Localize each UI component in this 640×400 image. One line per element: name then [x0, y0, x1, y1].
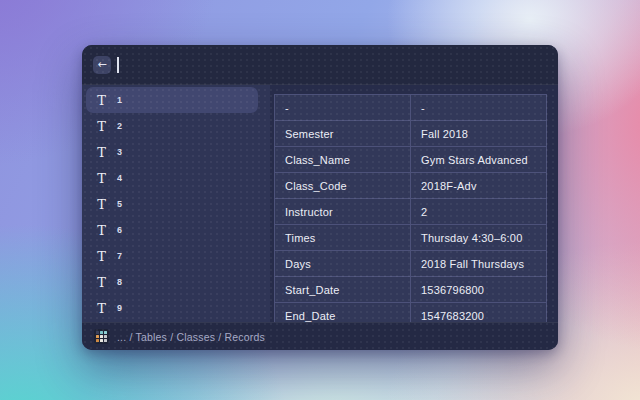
field-name-cell[interactable]: Class_Name — [275, 147, 411, 173]
field-value-cell[interactable]: - — [411, 95, 547, 121]
field-name-cell[interactable]: Class_Code — [275, 173, 411, 199]
record-number: 4 — [117, 173, 122, 183]
text-type-icon: T — [95, 198, 108, 211]
table-row: Class_Name Gym Stars Advanced — [275, 147, 547, 173]
record-number: 7 — [117, 251, 122, 261]
field-value-cell[interactable]: 1547683200 — [411, 303, 547, 323]
field-value-cell[interactable]: 2 — [411, 199, 547, 225]
text-caret — [117, 57, 119, 73]
field-name-cell[interactable]: Start_Date — [275, 277, 411, 303]
breadcrumb[interactable]: ... / Tables / Classes / Records — [117, 331, 265, 343]
record-list-item[interactable]: T 7 — [82, 243, 270, 269]
records-sidebar: T 1 T 2 T 3 T 4 T 5 T 6 — [82, 85, 270, 322]
record-list-item[interactable]: T 6 — [82, 217, 270, 243]
table-row: End_Date 1547683200 — [275, 303, 547, 323]
record-number: 1 — [117, 95, 122, 105]
text-type-icon: T — [95, 94, 108, 107]
text-type-icon: T — [95, 120, 108, 133]
field-name-cell[interactable]: Days — [275, 251, 411, 277]
table-row: Times Thursday 4:30–6:00 — [275, 225, 547, 251]
field-name-cell[interactable]: - — [275, 95, 411, 121]
record-number: 6 — [117, 225, 122, 235]
field-value-cell[interactable]: 2018F-Adv — [411, 173, 547, 199]
record-list-item[interactable]: T 3 — [82, 139, 270, 165]
record-number: 2 — [117, 121, 122, 131]
field-value-cell[interactable]: 1536796800 — [411, 277, 547, 303]
record-number: 8 — [117, 277, 122, 287]
app-grid-icon[interactable] — [94, 329, 109, 344]
text-type-icon: T — [95, 224, 108, 237]
record-list-item[interactable]: T 5 — [82, 191, 270, 217]
field-name-cell[interactable]: Times — [275, 225, 411, 251]
text-type-icon: T — [95, 276, 108, 289]
record-list-item[interactable]: T 4 — [82, 165, 270, 191]
record-list-item[interactable]: T 9 — [82, 295, 270, 321]
text-type-icon: T — [95, 146, 108, 159]
record-number: 3 — [117, 147, 122, 157]
window-topbar: ← — [82, 45, 558, 85]
text-type-icon: T — [95, 302, 108, 315]
record-detail-panel: - - Semester Fall 2018 Class_Name Gym St… — [270, 85, 558, 322]
desktop-background: { "topbar": { "back_icon": "←" }, "sideb… — [0, 0, 640, 400]
field-value-cell[interactable]: 2018 Fall Thursdays — [411, 251, 547, 277]
window-body: T 1 T 2 T 3 T 4 T 5 T 6 — [82, 85, 558, 322]
app-window: ← T 1 T 2 T 3 T 4 T 5 — [82, 45, 558, 350]
field-value-cell[interactable]: Fall 2018 — [411, 121, 547, 147]
text-type-icon: T — [95, 250, 108, 263]
record-number: 9 — [117, 303, 122, 313]
table-row: Start_Date 1536796800 — [275, 277, 547, 303]
table-row: Days 2018 Fall Thursdays — [275, 251, 547, 277]
record-list-item[interactable]: T 2 — [82, 113, 270, 139]
table-row: Class_Code 2018F-Adv — [275, 173, 547, 199]
field-value-cell[interactable]: Thursday 4:30–6:00 — [411, 225, 547, 251]
field-name-cell[interactable]: End_Date — [275, 303, 411, 323]
table-row: Semester Fall 2018 — [275, 121, 547, 147]
back-button[interactable]: ← — [93, 56, 111, 74]
record-fields-table: - - Semester Fall 2018 Class_Name Gym St… — [274, 94, 547, 322]
field-name-cell[interactable]: Instructor — [275, 199, 411, 225]
back-arrow-icon: ← — [97, 58, 106, 71]
field-name-cell[interactable]: Semester — [275, 121, 411, 147]
status-bar: ... / Tables / Classes / Records — [82, 322, 558, 350]
table-row: Instructor 2 — [275, 199, 547, 225]
record-number: 5 — [117, 199, 122, 209]
record-list-item[interactable]: T 8 — [82, 269, 270, 295]
record-list-item[interactable]: T 1 — [86, 87, 258, 113]
text-type-icon: T — [95, 172, 108, 185]
table-header-row: - - — [275, 95, 547, 121]
field-value-cell[interactable]: Gym Stars Advanced — [411, 147, 547, 173]
